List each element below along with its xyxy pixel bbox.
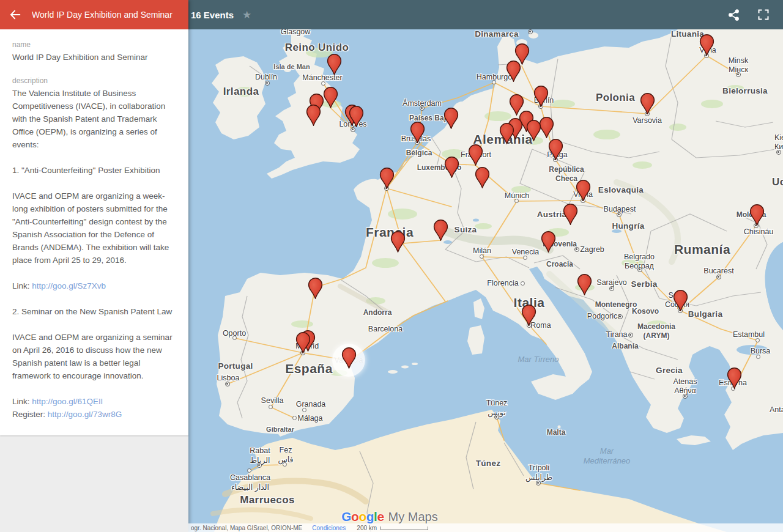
map-pin[interactable] xyxy=(379,168,395,189)
map-pin[interactable] xyxy=(475,167,490,188)
share-icon[interactable] xyxy=(727,9,740,21)
map-pin[interactable] xyxy=(468,144,483,166)
field-paragraph: The Valencia Institute of Business Compe… xyxy=(12,87,176,151)
map-canvas[interactable]: Reino UnidoIrlandaFranciaEspañaPortugalA… xyxy=(188,29,783,532)
scale-label: 200 km xyxy=(357,525,377,531)
map-pin[interactable] xyxy=(349,106,364,127)
field-paragraph: 2. Seminar on the New Spanish Patent Law xyxy=(12,305,176,318)
field-text: Register: xyxy=(12,410,48,419)
details-panel-header: World IP Day Exhibition and Seminar xyxy=(0,0,188,29)
google-logo-letter: g xyxy=(366,509,374,523)
goo-gl-link[interactable]: http://goo.gl/61QEIl xyxy=(32,397,103,406)
map-pin[interactable] xyxy=(390,231,406,253)
field-paragraph: IVACE and OEPM are organizing a week-lon… xyxy=(12,190,176,267)
details-panel-body[interactable]: nameWorld IP Day Exhibition and Seminard… xyxy=(0,29,188,435)
map-pin[interactable] xyxy=(306,105,321,126)
field-text: Link: xyxy=(12,281,32,290)
google-logo-letter: o xyxy=(358,509,366,523)
attribution-text: ogr. Nacional, Mapa GISrael, ORION-ME xyxy=(191,525,302,531)
field-paragraph: World IP Day Exhibition and Seminar xyxy=(12,51,176,64)
map-base-geography xyxy=(188,29,783,532)
google-logo-letter: e xyxy=(377,509,384,523)
field-paragraph: IVACE and OEPM are organizing a seminar … xyxy=(12,331,176,382)
star-icon[interactable]: ★ xyxy=(242,9,251,21)
map-pin[interactable] xyxy=(673,290,688,311)
google-my-maps-logo: GoogleMy Maps xyxy=(341,509,437,524)
field-text: 2. Seminar on the New Spanish Patent Law xyxy=(12,307,172,316)
field-paragraph: Link: http://goo.gl/Sz7Xvb xyxy=(12,279,176,292)
field-label: description xyxy=(12,76,176,85)
map-pin[interactable] xyxy=(640,93,655,114)
field-paragraph: Link: http://goo.gl/61QEIlRegister: http… xyxy=(12,395,176,421)
field-text: World IP Day Exhibition and Seminar xyxy=(12,53,148,62)
my-maps-logo-text: My Maps xyxy=(388,510,438,523)
field-text: The Valencia Institute of Business Compe… xyxy=(12,89,165,149)
field-text: IVACE and OEPM are organizing a week-lon… xyxy=(12,191,169,265)
map-pin[interactable] xyxy=(410,122,425,143)
map-pin[interactable] xyxy=(444,157,459,178)
map-pin[interactable] xyxy=(526,120,541,141)
field-text: 1. "Anti-Counterfeiting" Poster Exhibiti… xyxy=(12,166,160,175)
google-logo: Google xyxy=(341,512,384,523)
map-pin[interactable] xyxy=(699,34,714,56)
map-title: 16 Events xyxy=(191,10,234,20)
map-pin[interactable] xyxy=(521,305,536,326)
scale-bar xyxy=(380,526,428,530)
map-pin-selected[interactable] xyxy=(341,347,357,369)
google-logo-letter: G xyxy=(341,509,351,523)
field-paragraph: 1. "Anti-Counterfeiting" Poster Exhibiti… xyxy=(12,164,176,177)
map-pin[interactable] xyxy=(433,220,448,241)
map-pin[interactable] xyxy=(577,274,592,295)
map-pin[interactable] xyxy=(295,332,311,353)
goo-gl-link[interactable]: http://goo.gl/Sz7Xvb xyxy=(32,281,106,290)
details-title: World IP Day Exhibition and Seminar xyxy=(32,10,173,20)
map-pin[interactable] xyxy=(308,278,323,299)
map-pin[interactable] xyxy=(499,123,514,144)
topbar-actions xyxy=(727,9,770,21)
field-label: name xyxy=(12,40,176,49)
goo-gl-link[interactable]: http://goo.gl/73wr8G xyxy=(48,410,122,419)
details-panel: World IP Day Exhibition and Seminar name… xyxy=(0,0,188,532)
terms-link[interactable]: Condiciones xyxy=(312,525,346,531)
field-text: IVACE and OEPM are organizing a seminar … xyxy=(12,333,173,380)
map-pin[interactable] xyxy=(749,204,765,226)
google-logo-letter: o xyxy=(351,509,358,523)
map-pin[interactable] xyxy=(563,204,578,225)
map-pin[interactable] xyxy=(727,368,742,389)
map-pin[interactable] xyxy=(506,61,521,82)
map-pin[interactable] xyxy=(541,231,556,253)
back-arrow-icon[interactable] xyxy=(9,8,22,21)
field-text: Link: xyxy=(12,397,32,406)
map-scale: 200 km xyxy=(357,525,428,531)
map-pin[interactable] xyxy=(323,87,338,108)
map-pin[interactable] xyxy=(576,180,591,201)
my-maps-app: 16 Events ★ xyxy=(0,0,783,532)
map-pin[interactable] xyxy=(327,54,342,75)
map-pin[interactable] xyxy=(533,86,549,107)
map-pin[interactable] xyxy=(548,139,563,160)
map-topbar: 16 Events ★ xyxy=(188,0,783,29)
map-pin[interactable] xyxy=(443,108,459,129)
fullscreen-icon[interactable] xyxy=(757,9,770,21)
map-attribution-bar: ogr. Nacional, Mapa GISrael, ORION-ME Co… xyxy=(188,523,783,532)
